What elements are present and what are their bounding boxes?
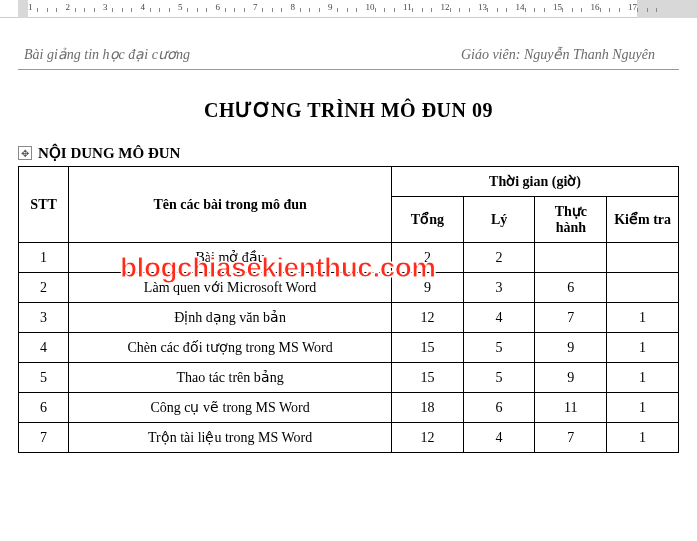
document-page: Bài giảng tin học đại cương Giáo viên: N… bbox=[0, 18, 697, 453]
section-title: NỘI DUNG MÔ ĐUN bbox=[38, 144, 180, 162]
cell-exam[interactable]: 1 bbox=[607, 423, 679, 453]
ruler-number: 7 bbox=[253, 2, 258, 12]
cell-name[interactable]: Trộn tài liệu trong MS Word bbox=[69, 423, 392, 453]
cell-stt[interactable]: 4 bbox=[19, 333, 69, 363]
cell-practice[interactable] bbox=[535, 243, 607, 273]
horizontal-ruler[interactable]: 1234567891011121314151617 bbox=[0, 0, 697, 18]
ruler-number: 9 bbox=[328, 2, 333, 12]
header-right-text: Giáo viên: Nguyễn Thanh Nguyên bbox=[461, 46, 655, 63]
cell-exam[interactable]: 1 bbox=[607, 333, 679, 363]
ruler-number: 16 bbox=[591, 2, 600, 12]
col-header-practice: Thực hành bbox=[535, 197, 607, 243]
cell-practice[interactable]: 9 bbox=[535, 333, 607, 363]
cell-exam[interactable]: 1 bbox=[607, 393, 679, 423]
cell-stt[interactable]: 6 bbox=[19, 393, 69, 423]
cell-practice[interactable]: 9 bbox=[535, 363, 607, 393]
table-row[interactable]: 7Trộn tài liệu trong MS Word12471 bbox=[19, 423, 679, 453]
cell-total[interactable]: 12 bbox=[392, 423, 464, 453]
ruler-number: 14 bbox=[516, 2, 525, 12]
cell-total[interactable]: 2 bbox=[392, 243, 464, 273]
cell-practice[interactable]: 11 bbox=[535, 393, 607, 423]
cell-theory[interactable]: 5 bbox=[463, 333, 535, 363]
cell-exam[interactable] bbox=[607, 273, 679, 303]
col-header-time-group: Thời gian (giờ) bbox=[392, 167, 679, 197]
ruler-number: 13 bbox=[478, 2, 487, 12]
cell-total[interactable]: 15 bbox=[392, 363, 464, 393]
cell-total[interactable]: 15 bbox=[392, 333, 464, 363]
cell-total[interactable]: 18 bbox=[392, 393, 464, 423]
ruler-track: 1234567891011121314151617 bbox=[18, 0, 697, 17]
ruler-number: 6 bbox=[216, 2, 221, 12]
ruler-number: 4 bbox=[141, 2, 146, 12]
table-row[interactable]: 4Chèn các đối tượng trong MS Word15591 bbox=[19, 333, 679, 363]
ruler-number: 15 bbox=[553, 2, 562, 12]
cell-name[interactable]: Công cụ vẽ trong MS Word bbox=[69, 393, 392, 423]
col-header-theory: Lý bbox=[463, 197, 535, 243]
col-header-stt: STT bbox=[19, 167, 69, 243]
ruler-number: 12 bbox=[441, 2, 450, 12]
table-row[interactable]: 3Định dạng văn bản12471 bbox=[19, 303, 679, 333]
ruler-number: 3 bbox=[103, 2, 108, 12]
col-header-total: Tổng bbox=[392, 197, 464, 243]
table-row[interactable]: 6Công cụ vẽ trong MS Word186111 bbox=[19, 393, 679, 423]
table-row[interactable]: 2Làm quen với Microsoft Word936 bbox=[19, 273, 679, 303]
ruler-number: 1 bbox=[28, 2, 33, 12]
cell-practice[interactable]: 6 bbox=[535, 273, 607, 303]
ruler-number: 17 bbox=[628, 2, 637, 12]
cell-name[interactable]: Chèn các đối tượng trong MS Word bbox=[69, 333, 392, 363]
cell-stt[interactable]: 5 bbox=[19, 363, 69, 393]
ruler-number: 8 bbox=[291, 2, 296, 12]
cell-total[interactable]: 12 bbox=[392, 303, 464, 333]
cell-exam[interactable]: 1 bbox=[607, 363, 679, 393]
cell-name[interactable]: Định dạng văn bản bbox=[69, 303, 392, 333]
cell-stt[interactable]: 2 bbox=[19, 273, 69, 303]
document-header: Bài giảng tin học đại cương Giáo viên: N… bbox=[18, 46, 679, 70]
cell-practice[interactable]: 7 bbox=[535, 303, 607, 333]
ruler-number: 10 bbox=[366, 2, 375, 12]
cell-theory[interactable]: 6 bbox=[463, 393, 535, 423]
cell-theory[interactable]: 3 bbox=[463, 273, 535, 303]
cell-name[interactable]: Làm quen với Microsoft Word bbox=[69, 273, 392, 303]
cell-theory[interactable]: 2 bbox=[463, 243, 535, 273]
ruler-number: 2 bbox=[66, 2, 71, 12]
ruler-number: 11 bbox=[403, 2, 412, 12]
table-header-row-1: STT Tên các bài trong mô đun Thời gian (… bbox=[19, 167, 679, 197]
cell-name[interactable]: Thao tác trên bảng bbox=[69, 363, 392, 393]
cell-stt[interactable]: 1 bbox=[19, 243, 69, 273]
page-title: CHƯƠNG TRÌNH MÔ ĐUN 09 bbox=[18, 98, 679, 122]
cell-stt[interactable]: 7 bbox=[19, 423, 69, 453]
cell-theory[interactable]: 4 bbox=[463, 303, 535, 333]
ruler-number: 5 bbox=[178, 2, 183, 12]
cell-stt[interactable]: 3 bbox=[19, 303, 69, 333]
section-heading-row: ✥ NỘI DUNG MÔ ĐUN bbox=[18, 144, 679, 162]
col-header-exam: Kiểm tra bbox=[607, 197, 679, 243]
ruler-left-margin bbox=[18, 0, 28, 18]
cell-name[interactable]: Bài mở đầu bbox=[69, 243, 392, 273]
col-header-name: Tên các bài trong mô đun bbox=[69, 167, 392, 243]
cell-practice[interactable]: 7 bbox=[535, 423, 607, 453]
cell-exam[interactable] bbox=[607, 243, 679, 273]
table-row[interactable]: 5Thao tác trên bảng15591 bbox=[19, 363, 679, 393]
cell-theory[interactable]: 4 bbox=[463, 423, 535, 453]
table-move-handle-icon[interactable]: ✥ bbox=[18, 146, 32, 160]
table-row[interactable]: 1Bài mở đầu22 bbox=[19, 243, 679, 273]
cell-theory[interactable]: 5 bbox=[463, 363, 535, 393]
table-body: 1Bài mở đầu222Làm quen với Microsoft Wor… bbox=[19, 243, 679, 453]
header-left-text: Bài giảng tin học đại cương bbox=[24, 46, 190, 63]
module-content-table[interactable]: STT Tên các bài trong mô đun Thời gian (… bbox=[18, 166, 679, 453]
cell-total[interactable]: 9 bbox=[392, 273, 464, 303]
cell-exam[interactable]: 1 bbox=[607, 303, 679, 333]
